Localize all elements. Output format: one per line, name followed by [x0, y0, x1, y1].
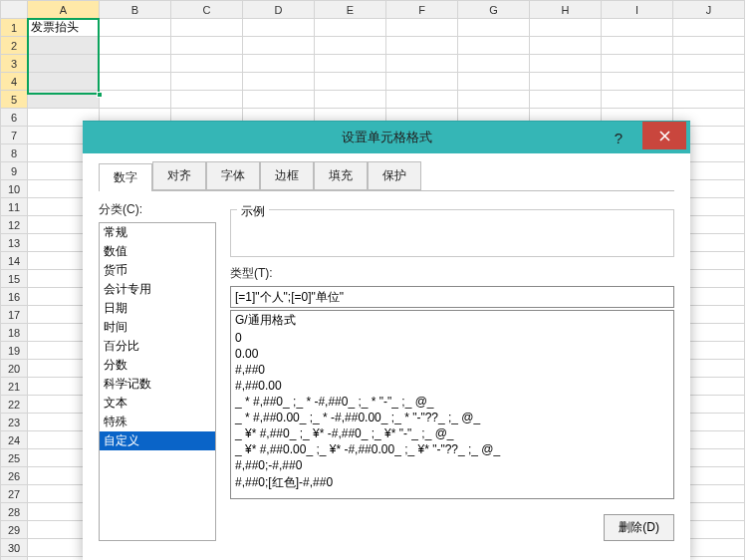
cell[interactable] [458, 73, 530, 91]
row-header[interactable]: 5 [1, 91, 28, 109]
category-item[interactable]: 百分比 [100, 337, 215, 356]
cell[interactable] [673, 91, 745, 109]
cell[interactable] [243, 91, 315, 109]
cell[interactable] [386, 91, 458, 109]
cell[interactable] [530, 55, 602, 73]
select-all-corner[interactable] [1, 1, 28, 19]
row-header[interactable]: 11 [1, 198, 28, 216]
dialog-titlebar[interactable]: 设置单元格格式 ? [83, 122, 690, 153]
row-header[interactable]: 27 [1, 485, 28, 503]
cell[interactable] [171, 55, 243, 73]
cell[interactable] [100, 19, 171, 37]
cell[interactable] [673, 55, 745, 73]
cell[interactable] [458, 55, 530, 73]
cell[interactable] [100, 91, 171, 109]
cell[interactable] [458, 19, 530, 37]
cell[interactable] [315, 73, 386, 91]
column-header[interactable]: I [602, 1, 673, 19]
cell[interactable] [171, 91, 243, 109]
cell[interactable] [243, 55, 315, 73]
category-item[interactable]: 常规 [100, 223, 215, 242]
format-item[interactable]: #,##0 [231, 362, 673, 378]
cell[interactable] [386, 73, 458, 91]
cell[interactable] [530, 19, 602, 37]
row-header[interactable]: 22 [1, 396, 28, 414]
row-header[interactable]: 9 [1, 162, 28, 180]
cell[interactable] [100, 37, 171, 55]
cell[interactable] [530, 37, 602, 55]
cell[interactable] [171, 19, 243, 37]
row-header[interactable]: 15 [1, 270, 28, 288]
format-item[interactable]: #,##0;[红色]-#,##0 [231, 473, 673, 492]
column-header[interactable]: F [386, 1, 458, 19]
row-header[interactable]: 24 [1, 431, 28, 449]
cell[interactable] [100, 73, 171, 91]
tab-5[interactable]: 保护 [368, 161, 421, 190]
tab-4[interactable]: 填充 [314, 161, 368, 190]
column-header[interactable]: H [530, 1, 602, 19]
cell[interactable]: 发票抬头 [28, 19, 100, 37]
column-header[interactable]: G [458, 1, 530, 19]
column-header[interactable]: J [673, 1, 745, 19]
cell[interactable] [386, 19, 458, 37]
cell[interactable] [315, 55, 386, 73]
cell[interactable] [673, 19, 745, 37]
row-header[interactable]: 25 [1, 449, 28, 467]
cell[interactable] [530, 91, 602, 109]
row-header[interactable]: 10 [1, 180, 28, 198]
row-header[interactable]: 17 [1, 306, 28, 324]
category-item[interactable]: 会计专用 [100, 280, 215, 299]
format-item[interactable]: _ ¥* #,##0_ ;_ ¥* -#,##0_ ;_ ¥* "-"_ ;_ … [231, 425, 673, 441]
row-header[interactable]: 23 [1, 414, 28, 431]
cell[interactable] [243, 73, 315, 91]
row-header[interactable]: 30 [1, 539, 28, 557]
tab-3[interactable]: 边框 [260, 161, 314, 190]
cell[interactable] [171, 73, 243, 91]
cell[interactable] [386, 37, 458, 55]
row-header[interactable]: 2 [1, 37, 28, 55]
row-header[interactable]: 20 [1, 360, 28, 378]
format-item[interactable]: 0.00 [231, 346, 673, 362]
format-item[interactable]: #,##0;-#,##0 [231, 457, 673, 473]
cell[interactable] [28, 37, 100, 55]
cell[interactable] [28, 91, 100, 109]
row-header[interactable]: 4 [1, 73, 28, 91]
format-item[interactable]: _ * #,##0.00_ ;_ * -#,##0.00_ ;_ * "-"??… [231, 410, 673, 425]
cell[interactable] [100, 55, 171, 73]
cell[interactable] [171, 37, 243, 55]
row-header[interactable]: 19 [1, 342, 28, 360]
row-header[interactable]: 13 [1, 234, 28, 252]
category-item[interactable]: 时间 [100, 318, 215, 337]
cell[interactable] [458, 37, 530, 55]
category-item[interactable]: 日期 [100, 299, 215, 318]
format-item[interactable]: 0 [231, 330, 673, 346]
format-listbox[interactable]: G/通用格式00.00#,##0#,##0.00_ * #,##0_ ;_ * … [230, 310, 674, 499]
row-header[interactable]: 29 [1, 521, 28, 539]
format-item[interactable]: _ * #,##0_ ;_ * -#,##0_ ;_ * "-"_ ;_ @_ [231, 394, 673, 410]
cell[interactable] [602, 55, 673, 73]
type-input[interactable] [230, 286, 674, 308]
selection-handle[interactable] [97, 92, 103, 98]
row-header[interactable]: 12 [1, 216, 28, 234]
category-item[interactable]: 数值 [100, 242, 215, 261]
category-item[interactable]: 自定义 [100, 431, 215, 450]
delete-button[interactable]: 删除(D) [604, 514, 674, 541]
category-listbox[interactable]: 常规数值货币会计专用日期时间百分比分数科学记数文本特殊自定义 [99, 222, 216, 541]
column-header[interactable]: A [28, 1, 100, 19]
category-item[interactable]: 货币 [100, 261, 215, 280]
tab-1[interactable]: 对齐 [152, 161, 206, 190]
row-header[interactable]: 7 [1, 127, 28, 144]
column-header[interactable]: B [100, 1, 171, 19]
format-item[interactable]: #,##0.00 [231, 378, 673, 394]
category-item[interactable]: 科学记数 [100, 375, 215, 394]
close-button[interactable] [642, 122, 686, 149]
column-header[interactable]: D [243, 1, 315, 19]
cell[interactable] [386, 55, 458, 73]
cell[interactable] [28, 55, 100, 73]
help-button[interactable]: ? [599, 122, 638, 153]
cell[interactable] [458, 91, 530, 109]
cell[interactable] [673, 73, 745, 91]
cell[interactable] [243, 37, 315, 55]
category-item[interactable]: 文本 [100, 394, 215, 413]
cell[interactable] [602, 37, 673, 55]
